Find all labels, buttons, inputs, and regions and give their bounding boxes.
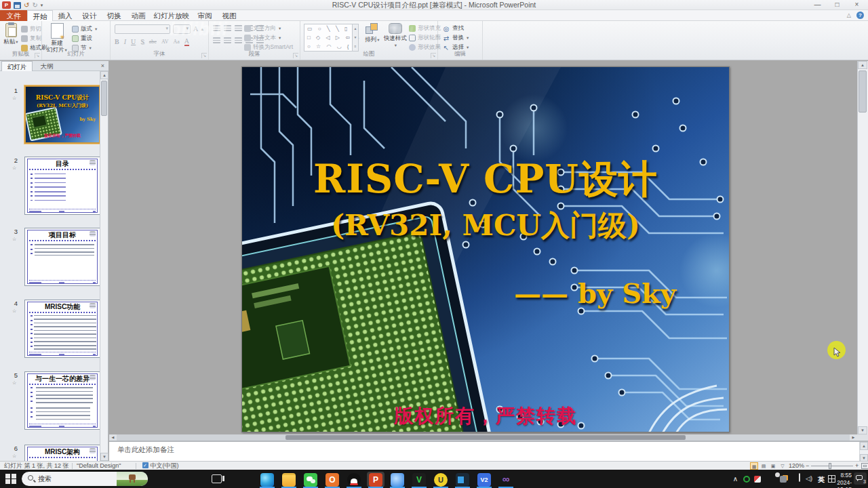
tab-review[interactable]: 审阅 [193,10,217,21]
slideshow-view-button[interactable]: ▽ [778,462,787,470]
slide-sorter-view-button[interactable]: ▤ [760,462,768,470]
minimize-button[interactable]: — [808,0,827,9]
clipboard-dialog-launcher[interactable]: ↘ [35,53,40,58]
align-text-button[interactable]: 对齐文本▾ [244,34,281,42]
dark-app-icon[interactable] [456,473,469,487]
notes-pane[interactable]: 单击此处添加备注 ▲ ▼ [109,441,868,461]
tab-animations[interactable]: 动画 [126,10,151,21]
fit-to-window-button[interactable] [861,463,868,469]
vertical-scrollbar[interactable]: ▲ ▼ [857,61,868,434]
panel-scrollbar[interactable]: ▲ ▼ [100,71,108,461]
tray-screenshot-icon[interactable] [780,476,787,483]
notification-center-icon[interactable]: 3 [854,472,867,485]
slide-subtitle[interactable]: (RV32I, MCU入门级) [242,207,729,245]
scroll-thumb[interactable] [859,70,867,113]
ime-grid-icon[interactable] [828,475,835,483]
find-button[interactable]: ◎查找 [442,24,464,33]
paragraph-dialog-launcher[interactable]: ↘ [293,53,298,58]
slide-byline[interactable]: —— by Sky [514,277,676,309]
scroll-left-icon[interactable]: ◀ [109,434,117,441]
scroll-up-icon[interactable]: ▲ [858,61,867,69]
tab-slides-pane[interactable]: 幻灯片 [1,61,33,71]
search-highlight-image[interactable] [117,472,148,486]
yellow-u-app-icon[interactable]: U [434,473,448,487]
slide-thumbnail-1[interactable]: RISC-V CPU设计 (RV32I, MCU入门级) by Sky 版权所有… [24,85,100,144]
start-button[interactable] [5,474,16,484]
normal-view-button[interactable]: ▦ [750,462,758,470]
tray-volume-icon[interactable]: ◁) [806,475,812,482]
tab-insert[interactable]: 插入 [53,10,77,21]
tab-slideshow[interactable]: 幻灯片放映 [151,10,193,21]
notes-placeholder[interactable]: 单击此处添加备注 [117,445,174,455]
tray-green-app-icon[interactable] [743,476,750,483]
text-direction-button[interactable]: 文字方向▾ [244,24,281,33]
copy-button[interactable]: 复制 [21,35,41,43]
shape-outline-button[interactable]: 形状轮廓 [409,34,441,42]
scroll-down-icon[interactable]: ▼ [858,426,867,434]
green-v-app-icon[interactable]: V [412,473,426,487]
tray-display-icon[interactable] [799,473,800,482]
new-slide-button[interactable]: 新建 幻灯片▾ [45,23,68,54]
reading-view-button[interactable]: ▣ [769,462,777,470]
edge-icon[interactable] [260,473,274,487]
tray-red-app-icon[interactable] [754,476,761,483]
tab-outline-pane[interactable]: 大纲 [33,61,60,71]
tab-transitions[interactable]: 切换 [102,10,126,21]
hscroll-thumb[interactable] [285,435,686,440]
font-style-icons[interactable]: B I U S abc AV Aa A [115,37,189,46]
zoom-slider-thumb[interactable] [829,463,831,469]
task-view-icon[interactable] [212,474,222,483]
v2-app-icon[interactable]: V2 [477,473,491,487]
shapes-gallery-scroll[interactable]: ▲▼≡ [353,24,359,52]
clock[interactable]: 8:55 2024-10-18 [837,472,852,488]
shapes-gallery[interactable]: ▭ ○ ╲ ╲ ▯ △ □ ◇ ◁ ▷ ⇦ ⇩ ○ ☆ ◠ ◡ { } [304,24,353,52]
shapes-row-2[interactable]: □ ◇ ◁ ▷ ⇦ ⇩ [304,33,352,42]
layout-button[interactable]: 版式▾ [72,25,97,33]
font-dialog-launcher[interactable]: ↘ [201,53,207,58]
arrange-button[interactable]: 排列▾ [363,23,382,43]
font-size-box[interactable] [173,24,191,34]
slide-title[interactable]: RISC-V CPU设计 [242,154,729,206]
slide-thumbnail-4[interactable]: MRISC功能 [24,300,100,358]
reset-button[interactable]: 重设 [72,35,92,43]
orange-o-app-icon[interactable]: O [326,473,339,487]
maximize-button[interactable]: □ [827,0,847,9]
collapse-ribbon-icon[interactable]: △ [847,12,851,18]
tab-file[interactable]: 文件 [0,10,27,21]
notes-scroll-up-icon[interactable]: ▲ [860,442,868,450]
quick-styles-button[interactable]: 快速样式▾ [383,23,408,49]
wechat-icon[interactable] [304,473,317,487]
shape-fill-button[interactable]: 形状填充 [409,24,441,33]
help-icon[interactable]: ? [856,12,864,19]
close-button[interactable]: × [847,0,867,9]
replace-button[interactable]: ⇄替换▾ [442,34,469,42]
horizontal-scrollbar[interactable]: ◀ ▶ [109,434,857,441]
panel-scroll-down-icon[interactable]: ▼ [100,453,108,461]
cut-button[interactable]: 剪切 [21,25,41,33]
search-box[interactable]: 搜索 [22,472,148,486]
tab-home[interactable]: 开始 [27,10,53,21]
tab-view[interactable]: 视图 [217,10,241,21]
panel-scroll-up-icon[interactable]: ▲ [100,71,108,79]
slide-thumbnail-2[interactable]: 目录 [24,157,100,215]
slide-thumbnail-5[interactable]: 与一生一芯的差异 [24,371,100,430]
ime-language-indicator[interactable]: 英 [818,475,825,485]
slide-editor[interactable]: RISC-V CPU设计 (RV32I, MCU入门级) —— by Sky 版… [241,66,730,432]
slide-thumbnail-6[interactable]: MRISC架构 [24,445,100,461]
panel-scroll-thumb[interactable] [101,81,107,116]
powerpoint-taskbar-icon[interactable]: P [369,473,382,487]
paste-button[interactable]: 粘贴▾ [2,23,20,45]
file-explorer-icon[interactable] [282,473,296,487]
grow-font-icon[interactable]: A▲ [193,25,204,33]
cloud-drive-icon[interactable] [391,473,404,487]
visual-studio-icon[interactable]: ∞ [499,473,513,487]
shapes-row-1[interactable]: ▭ ○ ╲ ╲ ▯ △ [304,24,352,33]
drawing-dialog-launcher[interactable]: ↘ [431,53,436,58]
tray-chevron-icon[interactable]: ∧ [733,475,738,483]
notes-scrollbar[interactable]: ▲ ▼ [859,442,868,462]
close-pane-icon[interactable]: × [98,62,107,70]
tab-design[interactable]: 设计 [77,10,102,21]
zoom-slider[interactable] [811,466,853,466]
scroll-right-icon[interactable]: ▶ [850,434,857,441]
font-name-box[interactable] [115,24,170,34]
